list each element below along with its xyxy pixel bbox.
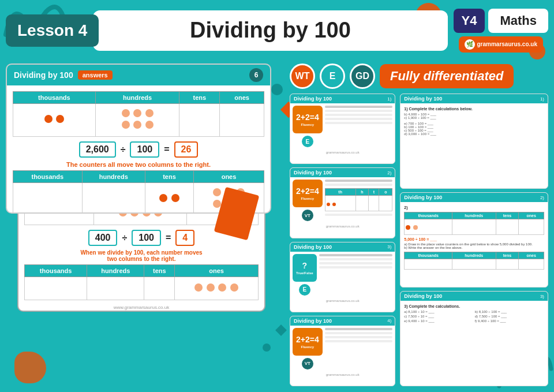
col-h2: hundreds	[82, 171, 145, 183]
wsr1-number: 1)	[540, 96, 544, 102]
title-box: Dividing by 100	[93, 10, 447, 51]
level-gd-badge: GD	[350, 64, 375, 89]
ws-line	[319, 254, 393, 256]
wsr2b-th: thousands	[405, 252, 452, 259]
slide2-note: When we divide by 100, each number moves…	[24, 249, 259, 262]
ws4-level: VT	[302, 358, 313, 369]
wsr2-o: ones	[519, 212, 544, 219]
wsr2-number: 2)	[540, 195, 544, 200]
ws4-header: Dividing by 100 4)	[290, 316, 395, 326]
ws-line	[325, 122, 393, 124]
eq-right: 26	[174, 141, 199, 158]
counter	[133, 121, 141, 129]
ws1-footer: grammarsaurus.co.uk	[290, 150, 395, 155]
worksheets-area: Dividing by 100 1) 2+2=4 Fluency E	[290, 94, 548, 386]
worksheet-thumb-1: Dividing by 100 1) 2+2=4 Fluency E	[290, 94, 395, 164]
level-e-badge: E	[320, 64, 345, 89]
worksheet-thumb-4: Dividing by 100 4) 2+2=4 Fluency VT	[290, 316, 395, 386]
counter	[230, 283, 238, 292]
counter	[194, 283, 203, 292]
mini-cell2	[355, 196, 369, 211]
wsr2b-c1	[405, 259, 452, 270]
slide1-title: Dividing by 100	[14, 70, 73, 80]
ws1-fluency: 2+2=4 Fluency	[293, 106, 323, 133]
counter	[56, 115, 64, 123]
s2-col-o2: ones	[175, 265, 259, 277]
wsr3-number: 3)	[540, 294, 544, 299]
counter	[159, 194, 167, 202]
grammar-logo: 🌿 grammarsaurus.co.uk	[459, 36, 544, 53]
counter	[218, 283, 226, 292]
ws2-body: 2+2=4 Fluency VT th h	[290, 177, 395, 223]
mini-h: h	[355, 189, 369, 196]
wsr3-body: 3) Complete the calculations. a) 8,100 ÷…	[400, 301, 548, 326]
s2-eq-mid: 100	[132, 230, 161, 246]
ws3-body: ? True/False E	[290, 252, 395, 298]
counter	[44, 115, 53, 123]
fluency-text4: Fluency	[301, 345, 315, 349]
eq-mid: 100	[130, 141, 159, 158]
s2-eq-op1: ÷	[122, 233, 127, 243]
ws-line	[325, 180, 393, 182]
fluency-text2: Fluency	[301, 197, 315, 200]
s2-col-th2: thousands	[25, 265, 87, 277]
fluency-icon: 2+2=4	[296, 113, 319, 122]
header: Lesson 4 Dividing by 100 Y4 Maths 🌿 gram…	[6, 6, 548, 55]
wsr2-cell1	[405, 219, 452, 235]
col-th2: thousands	[13, 171, 83, 183]
year-badge: Y4	[454, 9, 485, 33]
ws2-level: VT	[302, 210, 313, 221]
ws4-fluency: 2+2=4 Fluency	[293, 328, 323, 356]
ws1-level: E	[302, 136, 313, 147]
s2-eq-op2: =	[166, 233, 171, 243]
ws-line	[325, 114, 393, 116]
year-maths-row: Y4 Maths	[454, 9, 548, 33]
ws4-content	[325, 328, 393, 344]
wsr2-eq: 5,000 ÷ 100 = ___	[404, 237, 544, 241]
wsr2-title: Dividing by 100	[404, 195, 442, 200]
level-wt-badge: WT	[290, 64, 315, 89]
ws2-content: th h t o	[325, 180, 393, 218]
ws-line	[325, 340, 393, 342]
col-thousands: thousands	[13, 92, 96, 104]
wsr2-h: hundreds	[452, 212, 496, 219]
wsr3-problems: a) 8,100 ÷ 10 = ___ b) 8,100 ÷ 100 = ___…	[404, 310, 544, 323]
cell-h	[95, 104, 179, 137]
worksheet-col-right: Dividing by 100 1) 1) Complete the calcu…	[400, 94, 548, 386]
fluency-icon4: 2+2=4	[296, 335, 319, 344]
mini-th: th	[325, 189, 355, 196]
ws3-header: Dividing by 100 3)	[290, 242, 395, 252]
counter	[213, 188, 221, 196]
wsr3-title: Dividing by 100	[404, 293, 442, 299]
wsr2b-h: hundreds	[452, 252, 496, 259]
ws2-header: Dividing by 100 2)	[290, 168, 395, 177]
fluency-icon2: 2+2=4	[296, 186, 319, 196]
col-t2: tens	[145, 171, 193, 183]
ws-line	[325, 184, 393, 186]
slide2-pv-table2: thousands hundreds tens ones	[24, 264, 259, 300]
wsr2b-t: tens	[496, 252, 519, 259]
wsr2b-c4	[519, 259, 544, 270]
ws3-level: E	[299, 284, 310, 296]
ws-line	[325, 332, 393, 334]
s2-eq-right: 4	[175, 230, 194, 246]
diff-badge-area: WT E GD Fully differentiated	[290, 64, 548, 89]
col-o2: ones	[194, 171, 264, 183]
s2-col-t2: tens	[144, 265, 175, 277]
s2-cell-o2	[175, 277, 259, 300]
worksheet-thumb-2: Dividing by 100 2) 2+2=4 Fluency VT	[290, 167, 395, 238]
ws2-title: Dividing by 100	[294, 170, 332, 176]
cell-t	[179, 104, 220, 137]
ws3-number: 3)	[387, 244, 391, 249]
col-ones: ones	[220, 92, 264, 104]
ws3-title: Dividing by 100	[294, 244, 332, 250]
ws1-number: 1)	[387, 96, 391, 102]
wsr2-th: thousands	[405, 212, 452, 219]
ws4-title: Dividing by 100	[294, 318, 332, 324]
cell-th	[13, 104, 96, 137]
mini-o: o	[379, 189, 392, 196]
ws-line	[325, 106, 393, 108]
ws4-footer: grammarsaurus.co.uk	[290, 372, 395, 378]
fluency-text3: True/False	[296, 271, 313, 275]
col-hundreds: hundreds	[95, 92, 179, 104]
